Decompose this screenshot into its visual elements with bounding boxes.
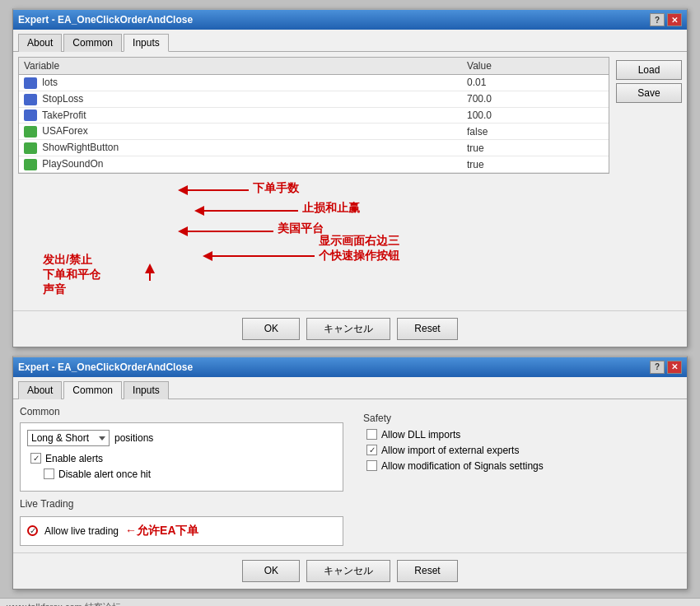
tab-about-2[interactable]: About	[18, 381, 62, 399]
val-cell: true	[462, 140, 609, 156]
allow-live-checkbox[interactable]	[27, 525, 38, 536]
tab-about-1[interactable]: About	[18, 34, 62, 52]
allow-dll-row: Allow DLL imports	[363, 429, 674, 441]
title-bar-2: Expert - EA_OneClickOrderAndClose ? ✕	[13, 357, 687, 377]
title-bar-1: Expert - EA_OneClickOrderAndClose ? ✕	[13, 10, 687, 30]
inputs-side-buttons: Load Save	[616, 57, 682, 174]
allow-live-label: Allow live trading	[44, 525, 119, 537]
inputs-content: Variable Value lots 0.01 StopLoss 700.0	[13, 52, 687, 310]
title-bar-buttons-2: ? ✕	[650, 361, 682, 374]
val-cell: false	[462, 124, 609, 140]
allow-dll-checkbox[interactable]	[366, 429, 377, 440]
footer-bar: www.talkforex.com 结客论坛	[0, 598, 700, 606]
val-cell: true	[462, 156, 609, 173]
live-trading-title: Live Trading	[20, 498, 343, 510]
window2-title: Expert - EA_OneClickOrderAndClose	[18, 361, 193, 373]
annotations-area-1: 下单手数 止损和止赢 美国平台 显示画面右边三个快速操作按钮 发出/禁止下单和平…	[18, 174, 682, 305]
ann-showrightbutton: 显示画面右边三个快速操作按钮	[319, 233, 399, 263]
safety-title: Safety	[363, 413, 674, 424]
var-cell: lots	[19, 75, 462, 91]
title-bar-buttons-1: ? ✕	[650, 13, 682, 26]
close-button-1[interactable]: ✕	[667, 13, 682, 26]
tab-bar-1: About Common Inputs	[13, 30, 687, 52]
annotation-arrows-1	[18, 174, 682, 305]
help-button-1[interactable]: ?	[650, 13, 665, 26]
var-cell: PlaySoundOn	[19, 156, 462, 173]
ann-lots: 下单手数	[253, 180, 299, 195]
tab-common-2[interactable]: Common	[63, 381, 122, 399]
common-left: Common Long & Short Long Only Short Only…	[20, 406, 343, 546]
tab-bar-2: About Common Inputs	[13, 377, 687, 399]
common-panel: Common Long & Short Long Only Short Only…	[13, 399, 687, 552]
col-value: Value	[462, 58, 609, 75]
enable-alerts-row: Enable alerts	[27, 453, 336, 464]
var-cell: StopLoss	[19, 91, 462, 107]
dropdown-row: Long & Short Long Only Short Only positi…	[27, 430, 336, 446]
cancel-button-2[interactable]: キャンセル	[306, 560, 390, 582]
allow-import-row: Allow import of external experts	[363, 445, 674, 456]
var-cell: ShowRightButton	[19, 140, 462, 156]
table-row[interactable]: lots 0.01	[19, 75, 609, 91]
table-row[interactable]: TakeProfit 100.0	[19, 107, 609, 124]
disable-alert-row: Disable alert once hit	[27, 468, 336, 480]
disable-alert-checkbox[interactable]	[44, 468, 54, 479]
dialog-buttons-2: OK キャンセル Reset	[13, 552, 687, 589]
col-variable: Variable	[19, 58, 462, 75]
table-row[interactable]: PlaySoundOn true	[19, 156, 609, 173]
allow-modification-checkbox[interactable]	[366, 460, 377, 471]
inputs-table-area: Variable Value lots 0.01 StopLoss 700.0	[18, 57, 609, 174]
window1: Expert - EA_OneClickOrderAndClose ? ✕ Ab…	[12, 8, 688, 347]
inputs-table: Variable Value lots 0.01 StopLoss 700.0	[19, 58, 609, 173]
ok-button-1[interactable]: OK	[242, 318, 300, 340]
window1-title: Expert - EA_OneClickOrderAndClose	[18, 14, 193, 26]
reset-button-2[interactable]: Reset	[397, 560, 457, 582]
dialog-buttons-1: OK キャンセル Reset	[13, 310, 687, 347]
live-trading-box: Allow live trading ←允许EA下单	[20, 516, 343, 546]
ok-button-2[interactable]: OK	[242, 560, 300, 582]
ann-stoploss: 止损和止赢	[302, 200, 360, 215]
common-section-box: Long & Short Long Only Short Only positi…	[20, 422, 343, 492]
reset-button-1[interactable]: Reset	[397, 318, 457, 340]
val-cell: 100.0	[462, 107, 609, 124]
allow-live-row: Allow live trading ←允许EA下单	[27, 524, 336, 538]
enable-alerts-label: Enable alerts	[45, 453, 103, 464]
var-cell: USAForex	[19, 124, 462, 140]
tab-inputs-1[interactable]: Inputs	[124, 34, 169, 52]
enable-alerts-checkbox[interactable]	[30, 453, 41, 464]
common-section-title: Common	[20, 406, 343, 417]
allow-import-label: Allow import of external experts	[381, 445, 519, 456]
cancel-button-1[interactable]: キャンセル	[306, 318, 390, 340]
var-cell: TakeProfit	[19, 107, 462, 124]
allow-modification-label: Allow modification of Signals settings	[381, 460, 544, 472]
position-dropdown[interactable]: Long & Short Long Only Short Only	[27, 430, 110, 446]
positions-label: positions	[114, 432, 153, 444]
ann-playsoundon: 发出/禁止下单和平仓声音	[43, 252, 100, 297]
tab-inputs-2[interactable]: Inputs	[124, 381, 169, 399]
table-row[interactable]: USAForex false	[19, 124, 609, 140]
allow-dll-label: Allow DLL imports	[381, 429, 460, 441]
allow-modification-row: Allow modification of Signals settings	[363, 460, 674, 472]
inputs-panel: Variable Value lots 0.01 StopLoss 700.0	[18, 57, 682, 174]
load-button[interactable]: Load	[616, 60, 682, 80]
allow-live-annotation: ←允许EA下单	[125, 524, 198, 538]
close-button-2[interactable]: ✕	[667, 361, 682, 374]
footer-text: www.talkforex.com 结客论坛	[7, 602, 121, 606]
disable-alert-label: Disable alert once hit	[58, 468, 151, 480]
tab-common-1[interactable]: Common	[63, 34, 122, 52]
table-row[interactable]: StopLoss 700.0	[19, 91, 609, 107]
ann-usaforex: 美国平台	[278, 221, 324, 235]
common-right: Safety Allow DLL imports Allow import of…	[357, 406, 680, 546]
window2: Expert - EA_OneClickOrderAndClose ? ✕ Ab…	[12, 356, 688, 590]
help-button-2[interactable]: ?	[650, 361, 665, 374]
val-cell: 700.0	[462, 91, 609, 107]
val-cell: 0.01	[462, 75, 609, 91]
save-button[interactable]: Save	[616, 83, 682, 103]
allow-import-checkbox[interactable]	[366, 445, 377, 455]
safety-box: Safety Allow DLL imports Allow import of…	[357, 406, 680, 482]
table-row[interactable]: ShowRightButton true	[19, 140, 609, 156]
